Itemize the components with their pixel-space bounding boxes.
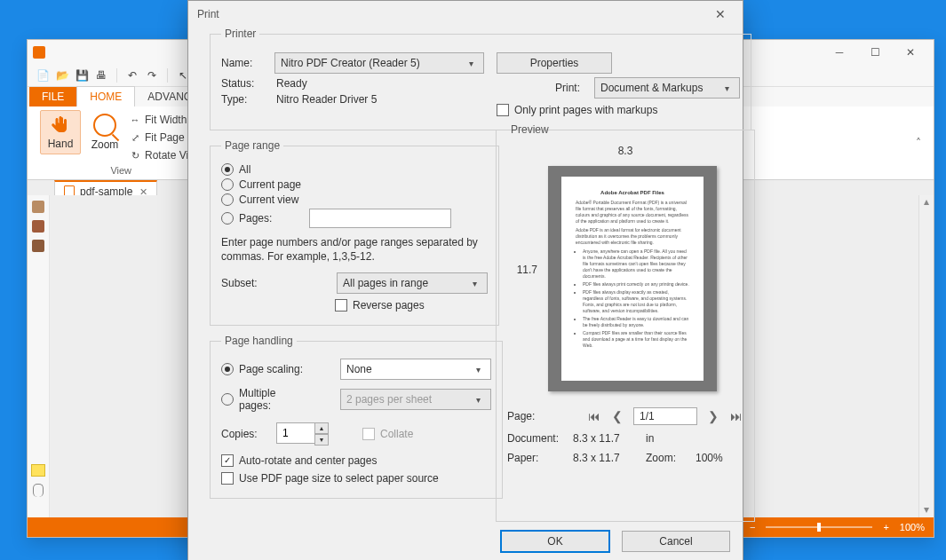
pages-panel-icon[interactable] (32, 201, 44, 213)
range-current-page-radio[interactable]: Current page (221, 178, 488, 191)
zoom-in-icon[interactable]: + (883, 522, 888, 532)
copies-spinner[interactable]: ▲▼ (276, 422, 329, 446)
ok-button[interactable]: OK (501, 531, 609, 552)
close-button[interactable]: ✕ (893, 40, 928, 65)
zoom-tool[interactable]: Zoom (84, 110, 125, 154)
save-icon[interactable]: 💾 (74, 67, 90, 83)
zoom-value: 100% (900, 522, 925, 532)
print-dialog: Print ✕ Printer Name: Nitro PDF Creator … (187, 0, 743, 560)
autorotate-checkbox[interactable]: Auto-rotate and center pages (221, 454, 491, 467)
range-legend: Page range (221, 139, 283, 152)
app-icon (33, 46, 45, 59)
hand-icon (50, 114, 71, 136)
preview-area: 8.3 11.7 Adobe Acrobat PDF Files Adobe® … (507, 148, 743, 391)
note-icon[interactable] (31, 464, 45, 477)
spin-down-icon[interactable]: ▼ (314, 434, 329, 446)
undo-icon[interactable]: ↶ (124, 67, 140, 83)
scaling-combo[interactable]: None▾ (340, 359, 491, 380)
dialog-close-button[interactable]: ✕ (707, 1, 734, 28)
tab-file[interactable]: FILE (29, 87, 76, 106)
type-label: Type: (221, 93, 267, 106)
last-page-icon[interactable]: ⏭ (729, 409, 743, 423)
zoom-out-icon[interactable]: − (750, 522, 755, 532)
handling-legend: Page handling (221, 335, 297, 347)
checkbox-icon (221, 472, 234, 485)
multiple-pages-radio[interactable]: Multiple pages: 2 pages per sheet▾ (221, 387, 491, 412)
open-icon[interactable]: 📂 (54, 67, 70, 83)
hand-label: Hand (48, 138, 74, 150)
print-icon[interactable]: 🖶 (93, 67, 109, 83)
scroll-up-icon[interactable]: ▴ (919, 195, 934, 209)
preview-nav: Page: ⏮ ❮ 1/1 ❯ ⏭ (507, 407, 743, 425)
dialog-titlebar: Print ✕ (188, 1, 743, 28)
first-page-icon[interactable]: ⏮ (587, 409, 601, 423)
radio-icon (221, 212, 234, 225)
preview-legend: Preview (507, 123, 552, 136)
range-current-view-radio[interactable]: Current view (221, 193, 488, 206)
subset-label: Subset: (221, 277, 283, 289)
range-pages-radio[interactable]: Pages: (221, 209, 488, 228)
ribbon-collapse-icon[interactable]: ˄ (910, 137, 926, 149)
collate-checkbox: Collate (362, 428, 413, 440)
chevron-down-icon: ▾ (464, 59, 478, 68)
scrollbar[interactable] (919, 209, 934, 503)
zoom-slider[interactable] (766, 526, 872, 528)
range-hint: Enter page numbers and/or page ranges se… (221, 235, 488, 264)
chevron-down-icon: ▾ (471, 395, 485, 405)
reverse-pages-checkbox[interactable]: Reverse pages (335, 299, 488, 312)
range-all-radio[interactable]: All (221, 163, 488, 176)
spin-up-icon[interactable]: ▲ (314, 422, 329, 434)
preview-paper: Adobe Acrobat PDF Files Adobe® Portable … (548, 166, 717, 391)
use-pdf-size-checkbox[interactable]: Use PDF page size to select paper source (221, 472, 491, 485)
print-what-combo[interactable]: Document & Markups▾ (594, 77, 740, 99)
scroll-down-icon[interactable]: ▾ (919, 503, 934, 517)
document-size-label: Document: (507, 432, 573, 445)
preview-doc-title: Adobe Acrobat PDF Files (576, 189, 689, 196)
zoom-label: Zoom: (646, 452, 696, 464)
maximize-button[interactable]: ☐ (857, 40, 893, 65)
checkbox-icon (335, 299, 347, 312)
new-icon[interactable]: 📄 (35, 67, 51, 83)
copies-label: Copies: (221, 428, 267, 440)
paper-size-label: Paper: (507, 452, 573, 464)
page-height-label: 11.7 (517, 264, 543, 276)
paper-size-value: 8.3 x 11.7 (573, 452, 646, 464)
status-value: Ready (276, 77, 307, 90)
chevron-down-icon: ▾ (719, 83, 734, 93)
zoom-value: 100% (696, 452, 723, 464)
chevron-down-icon: ▾ (471, 365, 485, 375)
hand-tool[interactable]: Hand (40, 110, 81, 154)
next-page-icon[interactable]: ❯ (706, 409, 720, 423)
pages-input[interactable] (309, 209, 451, 228)
zoom-label: Zoom (91, 138, 119, 151)
page-scaling-radio[interactable]: Page scaling: None▾ (221, 359, 491, 380)
subset-combo[interactable]: All pages in range▾ (337, 272, 488, 294)
zoom-icon (93, 114, 116, 137)
fit-width-icon: ↔ (129, 114, 141, 126)
cancel-button[interactable]: Cancel (622, 531, 730, 552)
ribbon-group-label: View (110, 165, 131, 176)
annotation-rail (28, 459, 50, 517)
page-range-group: Page range All Current page Current view… (210, 139, 499, 326)
radio-icon (221, 363, 234, 375)
printer-name-combo[interactable]: Nitro PDF Creator (Reader 5)▾ (274, 52, 484, 74)
prev-page-icon[interactable]: ❮ (610, 409, 624, 423)
minimize-button[interactable]: ─ (822, 40, 857, 65)
multiple-pages-combo: 2 pages per sheet▾ (340, 389, 491, 410)
printer-legend: Printer (221, 28, 259, 40)
preview-group: Preview 8.3 11.7 Adobe Acrobat PDF Files… (496, 123, 755, 522)
tab-home[interactable]: HOME (76, 86, 135, 106)
redo-icon[interactable]: ↷ (144, 67, 160, 83)
copies-input[interactable] (276, 422, 314, 444)
printer-name-label: Name: (221, 57, 266, 69)
bookmarks-panel-icon[interactable] (32, 220, 44, 233)
layers-panel-icon[interactable] (32, 240, 44, 252)
radio-icon (221, 393, 234, 406)
attachment-icon[interactable] (33, 484, 44, 497)
radio-icon (221, 193, 234, 206)
page-number-input[interactable]: 1/1 (633, 407, 697, 425)
dialog-title: Print (197, 8, 219, 20)
dialog-footer: OK Cancel (188, 522, 743, 560)
page-width-label: 8.3 (618, 145, 633, 157)
unit-label: in (646, 432, 696, 445)
